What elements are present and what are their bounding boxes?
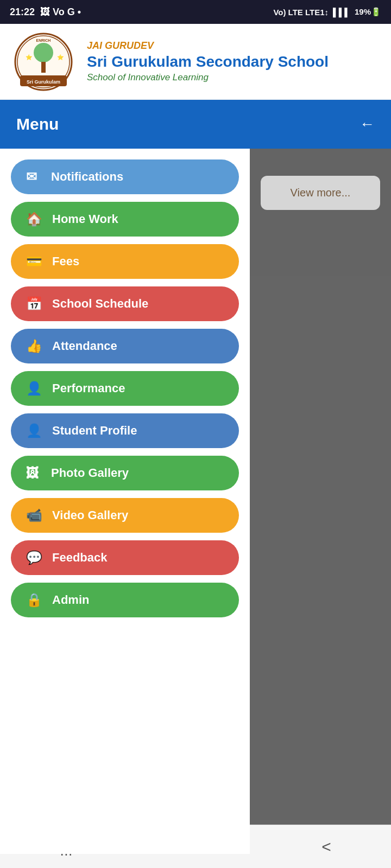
notifications-label: Notifications — [51, 170, 123, 184]
nav-back-icon: < — [321, 838, 331, 856]
menu-panel: ✉ Notifications 🏠 Home Work 💳 Fees 📅 Sch… — [0, 149, 250, 854]
svg-text:ENRICH: ENRICH — [36, 39, 51, 42]
homework-label: Home Work — [52, 212, 118, 226]
view-more-text[interactable]: View more... — [291, 187, 351, 199]
fees-icon: 💳 — [26, 254, 42, 269]
menu-title: Menu — [16, 115, 59, 133]
svg-text:⭐: ⭐ — [26, 54, 33, 61]
battery-level: 19%🔋 — [355, 7, 381, 17]
homework-icon: 🏠 — [26, 212, 42, 227]
signal-bars: ▌▌▌ — [333, 8, 350, 17]
photo-gallery-label: Photo Gallery — [51, 466, 129, 480]
student-profile-label: Student Profile — [52, 424, 137, 438]
svg-rect-5 — [41, 62, 46, 73]
svg-point-4 — [34, 43, 53, 62]
app-header: Sri Gurukulam ENRICH ⭐ ⭐ JAI GURUDEV Sri… — [0, 24, 391, 100]
attendance-icon: 👍 — [26, 339, 42, 354]
notifications-icon: ✉ — [26, 169, 41, 184]
school-info: JAI GURUDEV Sri Gurukulam Secondary Scho… — [76, 40, 380, 84]
main-layout: ✉ Notifications 🏠 Home Work 💳 Fees 📅 Sch… — [0, 149, 391, 854]
photo-gallery-icon: 🖼 — [26, 465, 41, 481]
video-gallery-label: Video Gallery — [52, 508, 128, 522]
menu-item-fees[interactable]: 💳 Fees — [11, 244, 239, 279]
menu-item-video-gallery[interactable]: 📹 Video Gallery — [11, 498, 239, 533]
menu-item-student-profile[interactable]: 👤 Student Profile — [11, 413, 239, 448]
feedback-icon: 💬 — [26, 550, 42, 565]
menu-header: Menu ← — [0, 100, 391, 149]
attendance-label: Attendance — [52, 339, 117, 353]
performance-label: Performance — [52, 381, 125, 395]
school-name-text: Sri Gurukulam Secondary School — [87, 54, 380, 71]
menu-item-homework[interactable]: 🏠 Home Work — [11, 202, 239, 237]
menu-item-photo-gallery[interactable]: 🖼 Photo Gallery — [11, 456, 239, 490]
back-arrow-icon[interactable]: ← — [360, 116, 375, 133]
view-more-card[interactable]: View more... — [261, 176, 380, 210]
menu-item-schedule[interactable]: 📅 School Schedule — [11, 286, 239, 321]
school-logo: Sri Gurukulam ENRICH ⭐ ⭐ — [14, 32, 73, 92]
student-profile-icon: 👤 — [26, 423, 42, 438]
schedule-icon: 📅 — [26, 296, 42, 311]
schedule-label: School Schedule — [52, 297, 148, 311]
svg-text:⭐: ⭐ — [57, 54, 64, 61]
jai-gurudev-text: JAI GURUDEV — [87, 40, 380, 52]
video-gallery-icon: 📹 — [26, 508, 42, 523]
nav-back-button[interactable]: < — [305, 832, 348, 861]
admin-label: Admin — [52, 593, 89, 607]
fees-label: Fees — [52, 254, 79, 269]
admin-icon: 🔒 — [26, 592, 42, 608]
feedback-label: Feedback — [52, 551, 108, 565]
status-bar: 21:22 🖼 Vo G • Vo) LTE LTE1↕ ▌▌▌ 19%🔋 — [0, 0, 391, 24]
status-time-area: 21:22 🖼 Vo G • — [10, 7, 81, 18]
status-right-area: Vo) LTE LTE1↕ ▌▌▌ 19%🔋 — [273, 7, 381, 17]
menu-item-notifications[interactable]: ✉ Notifications — [11, 159, 239, 194]
menu-item-admin[interactable]: 🔒 Admin — [11, 583, 239, 617]
logo-container: Sri Gurukulam ENRICH ⭐ ⭐ — [11, 29, 76, 94]
svg-text:Sri Gurukulam: Sri Gurukulam — [27, 79, 60, 85]
performance-icon: 👤 — [26, 381, 42, 396]
menu-item-performance[interactable]: 👤 Performance — [11, 371, 239, 406]
notification-icons: 🖼 Vo G • — [40, 7, 81, 18]
menu-item-attendance[interactable]: 👍 Attendance — [11, 329, 239, 363]
right-overlay[interactable]: View more... — [250, 149, 391, 854]
school-tagline-text: School of Innovative Learning — [87, 72, 380, 83]
network-status: Vo) LTE LTE1↕ — [273, 8, 329, 17]
status-time: 21:22 — [10, 7, 35, 18]
menu-item-feedback[interactable]: 💬 Feedback — [11, 540, 239, 575]
